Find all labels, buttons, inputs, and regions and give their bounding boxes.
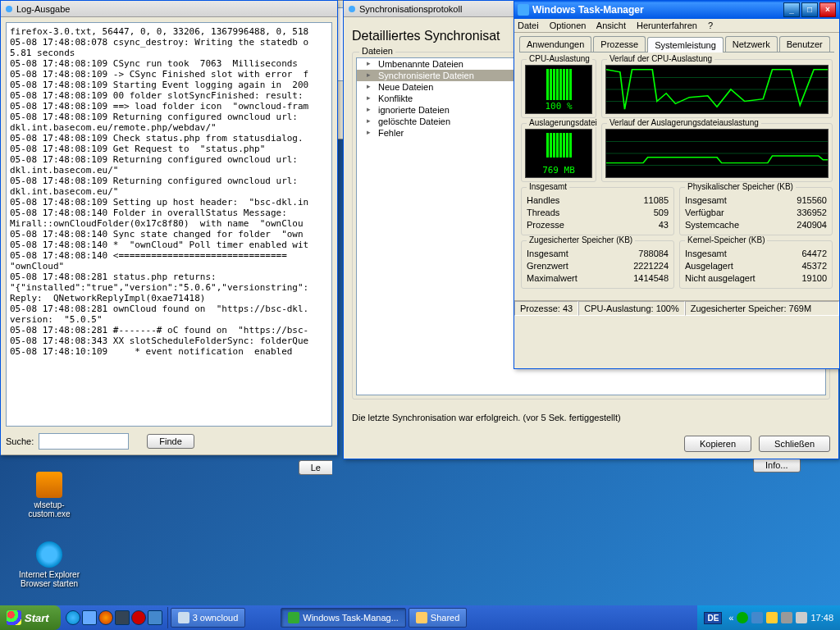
label: Grenzwert (527, 260, 568, 272)
tray-volume-icon[interactable] (796, 612, 807, 623)
value: 336952 (797, 207, 827, 219)
taskbar-item-taskmgr[interactable]: Windows Task-Manag... (281, 608, 406, 628)
ie-icon (36, 541, 62, 568)
menu-file[interactable]: Datei (518, 21, 539, 30)
language-indicator[interactable]: DE (704, 612, 722, 624)
label: 3 owncloud (193, 613, 239, 623)
task-manager-window: Windows Task-Manager _ □ × Datei Optione… (514, 0, 840, 369)
maximize-button[interactable]: □ (801, 2, 818, 17)
label: Verlauf der CPU-Auslastung (607, 54, 714, 63)
tray-icon[interactable] (781, 612, 792, 623)
le-button[interactable]: Le (299, 460, 332, 475)
window-title: Synchronisationsprotokoll (359, 4, 462, 14)
start-label: Start (25, 612, 49, 624)
menubar: Datei Optionen Ansicht Herunterfahren ? (514, 19, 839, 33)
kernel-box: Kernel-Speicher (KB) Insgesamt64472 Ausg… (679, 240, 833, 289)
titlebar[interactable]: Windows Task-Manager _ □ × (514, 1, 839, 19)
close-button[interactable]: Schließen (759, 436, 830, 452)
taskmgr-icon (518, 4, 529, 16)
info-button[interactable]: Info... (753, 458, 801, 472)
titlebar[interactable]: Log-Ausgabe (1, 1, 337, 17)
desktop-icon-ie[interactable]: Internet Explorer Browser starten (16, 541, 82, 588)
status-processes: Prozesse: 43 (514, 301, 578, 316)
taskbar: Start 3 owncloud Windows Task-Manag... S… (0, 605, 840, 630)
label: Kernel-Speicher (KB) (685, 235, 767, 244)
label: Verlauf der Auslagerungsdateiauslastung (607, 118, 761, 127)
value: 240904 (797, 219, 827, 231)
label: Physikalischer Speicher (KB) (685, 182, 796, 191)
tray-icon[interactable] (751, 612, 763, 623)
label: Maximalwert (527, 272, 578, 285)
tab-bar: Anwendungen Prozesse Systemleistung Netz… (519, 36, 834, 52)
value: 915560 (797, 194, 827, 207)
ql-firefox-icon[interactable] (98, 610, 113, 625)
tray-icon[interactable] (737, 612, 748, 623)
window-title: Log-Ausgabe (16, 4, 70, 14)
label: CPU-Auslastung (527, 54, 592, 63)
copy-button[interactable]: Kopieren (684, 436, 751, 452)
label: Handles (527, 194, 559, 207)
clock[interactable]: 17:48 (810, 613, 833, 623)
label: Zugesicherter Speicher (KB) (527, 235, 635, 244)
start-button[interactable]: Start (0, 605, 61, 630)
value: 509 (654, 207, 669, 219)
find-button[interactable]: Finde (147, 434, 194, 449)
system-tray: DE « 17:48 (697, 605, 840, 630)
cloud-icon (178, 612, 189, 623)
quick-launch (61, 607, 168, 628)
search-input[interactable] (39, 433, 129, 450)
cpu-gauge: 100 % (525, 65, 592, 114)
value: 43 (659, 219, 669, 231)
cpu-value: 100 % (526, 101, 591, 112)
tab-applications[interactable]: Anwendungen (519, 36, 591, 52)
menu-help[interactable]: ? (708, 21, 713, 30)
minimize-button[interactable]: _ (783, 2, 800, 17)
ql-db-icon[interactable] (115, 610, 130, 625)
value: 45372 (801, 260, 827, 272)
taskbar-item-owncloud[interactable]: 3 owncloud (171, 608, 246, 628)
label: Ausgelagert (685, 260, 733, 272)
groupbox-legend: Dateien (359, 46, 395, 56)
value: 64472 (801, 248, 827, 260)
tray-expand-icon[interactable]: « (728, 613, 733, 623)
log-window: Log-Ausgabe firefox-3.0.txt, 56447, 0, 0… (0, 0, 338, 455)
label: Threads (527, 207, 559, 219)
close-button[interactable]: × (819, 2, 836, 17)
ql-ie-icon[interactable] (66, 610, 80, 625)
label: Shared (431, 613, 459, 623)
label: Insgesamt (685, 194, 727, 207)
label: Insgesamt (527, 248, 568, 260)
log-textarea[interactable]: firefox-3.0.txt, 56447, 0, 0, 33206, 136… (6, 22, 332, 427)
ql-opera-icon[interactable] (131, 610, 146, 625)
label: Prozesse (527, 219, 564, 231)
value: 1414548 (633, 272, 669, 285)
ql-app-icon[interactable] (148, 610, 162, 625)
status-memory: Zugesicherter Speicher: 769M (685, 301, 839, 316)
commit-box: Zugesicherter Speicher (KB) Insgesamt788… (521, 240, 674, 289)
tab-processes[interactable]: Prozesse (593, 36, 646, 52)
label: Windows Task-Manag... (303, 613, 399, 623)
value: 2221224 (633, 260, 669, 272)
tab-users[interactable]: Benutzer (779, 36, 830, 52)
taskmgr-icon (288, 612, 299, 623)
desktop-icon-label: Internet Explorer Browser starten (16, 570, 82, 588)
menu-options[interactable]: Optionen (550, 21, 587, 30)
label: Systemcache (685, 219, 739, 231)
tab-network[interactable]: Netzwerk (725, 36, 778, 52)
sync-status-text: Die letzte Synchronisation war erfolgrei… (352, 413, 830, 422)
tab-performance[interactable]: Systemleistung (647, 37, 724, 52)
totals-box: Insgesamt Handles11085 Threads509 Prozes… (521, 187, 674, 235)
statusbar: Prozesse: 43 CPU-Auslastung: 100% Zugesi… (514, 300, 839, 316)
taskbar-item-shared[interactable]: Shared (409, 608, 467, 628)
menu-shutdown[interactable]: Herunterfahren (637, 21, 697, 30)
ql-desktop-icon[interactable] (82, 610, 97, 625)
cpu-history-graph (605, 65, 829, 114)
pagefile-value: 769 MB (526, 165, 591, 176)
menu-view[interactable]: Ansicht (596, 21, 626, 30)
label: Insgesamt (685, 248, 727, 260)
tray-icon[interactable] (766, 612, 778, 623)
pagefile-gauge: 769 MB (525, 129, 592, 178)
label: Verfügbar (685, 207, 724, 219)
physmem-box: Physikalischer Speicher (KB) Insgesamt91… (679, 187, 833, 235)
pagefile-history-graph (605, 129, 829, 178)
